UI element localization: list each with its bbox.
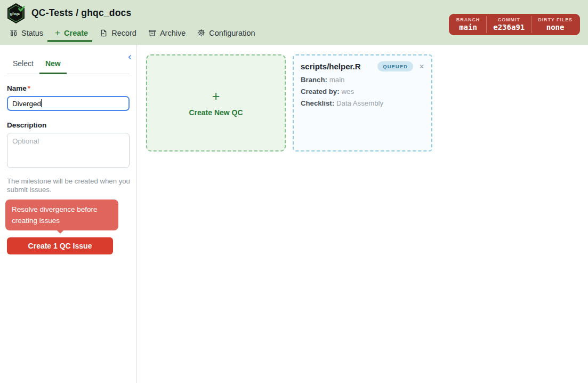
create-new-qc-label: Create New QC	[189, 108, 243, 117]
nav-label-configuration: Configuration	[209, 29, 255, 37]
dirty-files-badge-value: none	[538, 23, 573, 31]
tab-new[interactable]: New	[39, 57, 67, 74]
page-title: QC-Tests / ghqc_docs	[31, 7, 131, 19]
milestone-note: The milestone will be created when you s…	[7, 177, 131, 195]
tab-configuration[interactable]: Configuration	[197, 23, 255, 42]
commit-badge-label: COMMIT	[493, 17, 525, 22]
tab-record[interactable]: Record	[100, 23, 136, 42]
dirty-files-badge-label: DIRTY FILES	[538, 17, 573, 22]
qc-field-created-by: Created by:wes	[301, 86, 424, 98]
plus-icon: +	[55, 28, 60, 37]
text-caret	[41, 99, 42, 107]
create-qc-issue-button[interactable]: Create 1 QC Issue	[7, 237, 113, 254]
name-input[interactable]	[7, 96, 130, 111]
header-title-row: ghqc QC-Tests / ghqc_docs BRANCH main CO…	[0, 0, 588, 23]
nav-label-archive: Archive	[160, 29, 186, 37]
document-icon	[100, 29, 108, 37]
nav-label-create: Create	[64, 29, 88, 37]
branch-badge-label: BRANCH	[456, 17, 480, 22]
page-body: ‹ Select New Name* Description The miles…	[0, 45, 588, 383]
name-field-label: Name*	[7, 84, 130, 92]
repo-status-badges: BRANCH main COMMIT e236a91 DIRTY FILES n…	[449, 14, 580, 35]
commit-badge-value: e236a91	[493, 23, 525, 31]
logo-text: ghqc	[10, 11, 20, 16]
sidebar-tabs: Select New	[7, 57, 130, 74]
divergence-error-tooltip: Resolve divergence before creating issue…	[5, 200, 118, 231]
create-form-sidebar: ‹ Select New Name* Description The miles…	[0, 45, 137, 383]
tab-archive[interactable]: Archive	[148, 23, 186, 42]
archive-icon	[148, 29, 156, 37]
qc-card-header: scripts/helper.R QUEUED ✕	[301, 61, 424, 71]
tab-select[interactable]: Select	[7, 57, 39, 74]
branch-badge: BRANCH main	[450, 16, 486, 33]
qc-card-fields: Branch:main Created by:wes Checklist:Dat…	[301, 74, 424, 109]
qc-file-title: scripts/helper.R	[301, 62, 377, 71]
create-new-qc-card[interactable]: + Create New QC	[146, 54, 286, 151]
name-input-wrap	[7, 92, 130, 111]
commit-badge: COMMIT e236a91	[486, 16, 531, 33]
dirty-files-badge: DIRTY FILES none	[531, 16, 579, 33]
gear-icon	[197, 29, 205, 37]
branch-badge-value: main	[456, 23, 480, 31]
status-badge: QUEUED	[377, 61, 413, 71]
qc-field-branch: Branch:main	[301, 74, 424, 86]
qc-card-grid: + Create New QC scripts/helper.R QUEUED …	[146, 54, 588, 151]
tab-create[interactable]: + Create	[55, 23, 88, 42]
nav-label-record: Record	[111, 29, 136, 37]
tab-status[interactable]: Status	[10, 23, 43, 42]
nav-label-status: Status	[21, 29, 43, 37]
status-icon	[10, 29, 18, 37]
description-input[interactable]	[7, 133, 130, 168]
qc-field-checklist: Checklist:Data Assembly	[301, 98, 424, 109]
main-content: + Create New QC scripts/helper.R QUEUED …	[137, 45, 588, 383]
close-icon[interactable]: ✕	[419, 63, 424, 70]
description-field-label: Description	[7, 121, 130, 129]
plus-icon: +	[212, 90, 220, 103]
qc-item-card: scripts/helper.R QUEUED ✕ Branch:main Cr…	[293, 54, 432, 151]
collapse-sidebar-icon[interactable]: ‹	[127, 52, 132, 62]
app-header: ghqc QC-Tests / ghqc_docs BRANCH main CO…	[0, 0, 588, 45]
ghqc-logo-icon: ghqc	[6, 3, 26, 24]
required-asterisk: *	[28, 84, 30, 92]
